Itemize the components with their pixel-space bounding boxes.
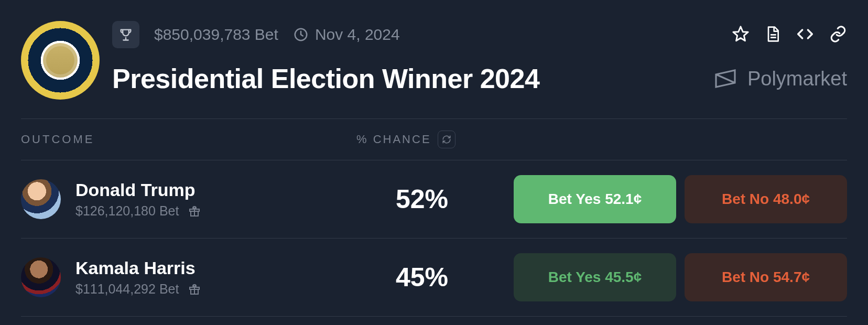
market-date: Nov 4, 2024 (293, 26, 400, 44)
refresh-icon (442, 135, 451, 144)
refresh-button[interactable] (438, 131, 455, 148)
avatar (21, 257, 61, 297)
brand-logo: Polymarket (713, 66, 847, 91)
bet-no-button[interactable]: Bet No 48.0¢ (685, 175, 847, 223)
market-seal-image (21, 21, 100, 100)
market-title: Presidential Election Winner 2024 (112, 63, 539, 94)
outcome-subline: $126,120,180 Bet (75, 203, 356, 219)
bet-yes-button[interactable]: Bet Yes 52.1¢ (514, 175, 676, 223)
clock-icon (293, 27, 309, 42)
bet-no-button[interactable]: Bet No 54.7¢ (685, 253, 847, 301)
svg-marker-1 (733, 27, 748, 41)
brand-name: Polymarket (747, 68, 847, 90)
favorite-button[interactable] (732, 25, 750, 43)
column-headers: OUTCOME % CHANCE (21, 119, 847, 160)
trophy-badge (112, 21, 139, 48)
link-icon (829, 25, 847, 43)
gift-icon (188, 283, 201, 296)
outcome-percent: 45% (356, 262, 487, 292)
avatar (21, 179, 61, 219)
polymarket-icon (713, 66, 738, 91)
total-bet: $850,039,783 Bet (154, 26, 278, 44)
total-bet-value: $850,039,783 Bet (154, 26, 278, 44)
outcome-percent: 52% (356, 184, 487, 214)
outcome-bet-amount: $126,120,180 Bet (75, 203, 179, 219)
outcome-subline: $111,044,292 Bet (75, 281, 356, 297)
col-chance-label: % CHANCE (356, 133, 431, 146)
document-button[interactable] (764, 26, 781, 42)
document-icon (764, 26, 781, 42)
trophy-icon (118, 27, 133, 42)
embed-button[interactable] (796, 26, 815, 42)
col-header-outcome: OUTCOME (21, 133, 356, 146)
market-date-value: Nov 4, 2024 (315, 26, 400, 44)
code-icon (796, 26, 815, 42)
outcome-name: Donald Trump (75, 180, 356, 200)
outcome-row: Donald Trump $126,120,180 Bet 52% Bet Ye… (21, 160, 847, 239)
outcome-bet-amount: $111,044,292 Bet (75, 281, 179, 297)
outcome-row: Kamala Harris $111,044,292 Bet 45% Bet Y… (21, 239, 847, 317)
share-link-button[interactable] (829, 25, 847, 43)
star-icon (732, 25, 750, 43)
col-header-chance: % CHANCE (356, 131, 455, 148)
gift-icon (188, 205, 201, 218)
outcome-name: Kamala Harris (75, 258, 356, 278)
bet-yes-button[interactable]: Bet Yes 45.5¢ (514, 253, 676, 301)
